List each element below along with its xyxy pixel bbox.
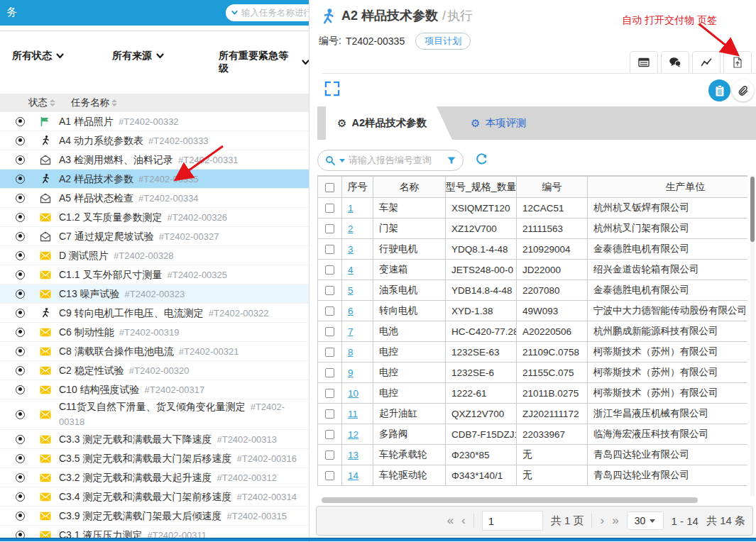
- task-row[interactable]: A5 样品状态检查#T2402-00334: [0, 189, 309, 208]
- row-seq-link[interactable]: 14: [348, 470, 358, 481]
- chat-button[interactable]: [661, 51, 689, 74]
- page-size-select[interactable]: 30: [627, 511, 664, 530]
- row-checkbox[interactable]: [325, 409, 334, 419]
- status-filter[interactable]: 所有状态: [12, 50, 64, 62]
- task-row[interactable]: C8 满载联合操作电池电流#T2402-00321: [0, 342, 309, 361]
- task-row[interactable]: A1 样品照片#T2402-00332: [0, 112, 309, 131]
- expand-button[interactable]: [324, 81, 340, 99]
- task-row[interactable]: C1.2 叉车质量参数测定#T2402-00326: [0, 208, 309, 227]
- row-seq-link[interactable]: 10: [348, 388, 358, 399]
- row-checkbox[interactable]: [325, 368, 334, 377]
- row-seq-link[interactable]: 8: [348, 347, 354, 358]
- task-row[interactable]: C3.4 测定无载和满载最大门架前移速度#T2402-00314: [0, 487, 309, 507]
- row-seq-link[interactable]: 2: [348, 223, 354, 234]
- form-button[interactable]: [630, 51, 658, 74]
- row-seq-link[interactable]: 13: [348, 450, 358, 460]
- radio-icon[interactable]: [16, 155, 25, 165]
- task-row[interactable]: C13 噪声试验#T2402-00323: [0, 284, 309, 304]
- task-row[interactable]: A3 检测用燃料、油料记录#T2402-00331: [0, 150, 309, 170]
- row-seq-link[interactable]: 1: [348, 203, 354, 214]
- scrollbar-thumb[interactable]: [322, 497, 698, 503]
- task-row[interactable]: C10 结构强度试验#T2402-00317: [0, 380, 309, 399]
- task-row[interactable]: C7 通过规定爬坡试验#T2402-00327: [0, 227, 309, 246]
- refresh-button[interactable]: [475, 153, 488, 169]
- radio-icon[interactable]: [16, 454, 25, 463]
- radio-icon[interactable]: [16, 213, 25, 222]
- filter-funnel-icon[interactable]: [447, 157, 456, 165]
- row-checkbox[interactable]: [325, 389, 334, 398]
- chevron-down-icon[interactable]: [339, 159, 345, 162]
- row-seq-link[interactable]: 5: [348, 285, 354, 296]
- row-checkbox[interactable]: [325, 265, 334, 275]
- radio-icon[interactable]: [16, 232, 25, 241]
- task-row[interactable]: C9 转向电机工作电压、电流测定#T2402-00322: [0, 304, 309, 323]
- prev-page-button[interactable]: ‹: [461, 514, 466, 528]
- deliverable-button[interactable]: [723, 51, 752, 74]
- radio-icon[interactable]: [16, 347, 25, 356]
- scrollbar-thumb[interactable]: [750, 177, 755, 242]
- attachment-button[interactable]: [732, 79, 754, 101]
- radio-icon[interactable]: [16, 270, 25, 280]
- task-row[interactable]: C3.5 测定无载和满载最大门架后移速度#T2402-00316: [0, 449, 309, 468]
- task-row[interactable]: A2 样品技术参数#T2402-00335: [0, 170, 309, 189]
- row-seq-link[interactable]: 12: [348, 429, 358, 440]
- tab-report[interactable]: ⚙ A2样品技术参数: [326, 106, 437, 140]
- row-checkbox[interactable]: [325, 204, 334, 213]
- row-checkbox[interactable]: [325, 471, 334, 480]
- radio-icon[interactable]: [16, 309, 25, 318]
- radio-icon[interactable]: [16, 366, 25, 375]
- radio-icon[interactable]: [16, 251, 25, 260]
- task-row[interactable]: C6 制动性能#T2402-00319: [0, 323, 309, 342]
- first-page-button[interactable]: «: [447, 514, 454, 528]
- radio-icon[interactable]: [16, 194, 25, 203]
- row-checkbox[interactable]: [325, 450, 334, 460]
- project-plan-tag[interactable]: 项目计划: [415, 33, 471, 50]
- priority-filter[interactable]: 所有重要紧急等级: [219, 50, 309, 75]
- radio-icon[interactable]: [16, 435, 25, 444]
- sort-icon[interactable]: [111, 99, 117, 106]
- radio-icon[interactable]: [16, 328, 25, 337]
- row-checkbox[interactable]: [325, 245, 334, 254]
- trend-button[interactable]: [692, 51, 721, 74]
- radio-icon[interactable]: [16, 117, 25, 126]
- row-checkbox[interactable]: [325, 306, 334, 316]
- row-checkbox[interactable]: [325, 430, 334, 439]
- task-row[interactable]: C11货叉自然下滑量、货叉倾角变化量测定#T2402-00318: [0, 399, 309, 430]
- vertical-scrollbar[interactable]: [750, 175, 755, 496]
- tab-evaluation[interactable]: ⚙ 本项评测: [471, 106, 526, 140]
- task-row[interactable]: D 测试照片#T2402-00328: [0, 246, 309, 265]
- radio-icon[interactable]: [16, 410, 25, 419]
- radio-icon[interactable]: [16, 175, 25, 184]
- row-checkbox[interactable]: [325, 348, 334, 357]
- radio-icon[interactable]: [16, 492, 25, 502]
- task-row[interactable]: C3.9 测定无载满载门架最大后倾速度#T2402-00315: [0, 507, 309, 526]
- horizontal-scrollbar[interactable]: [319, 497, 745, 503]
- row-checkbox[interactable]: [325, 224, 334, 233]
- row-seq-link[interactable]: 9: [348, 367, 354, 378]
- row-checkbox[interactable]: [325, 327, 334, 336]
- row-seq-link[interactable]: 7: [348, 326, 354, 337]
- radio-icon[interactable]: [16, 136, 25, 145]
- radio-icon[interactable]: [16, 511, 25, 521]
- row-seq-link[interactable]: 3: [348, 244, 354, 255]
- column-status[interactable]: 状态: [28, 96, 55, 109]
- task-row[interactable]: C2 稳定性试验#T2402-00320: [0, 361, 309, 380]
- column-task-name[interactable]: 任务名称: [71, 96, 117, 109]
- task-search-input[interactable]: 输入任务名称进行: [226, 4, 309, 21]
- task-row[interactable]: C3.3 测定无载和满载最大下降速度#T2402-00313: [0, 430, 309, 449]
- task-row[interactable]: A4 动力系统参数表#T2402-00333: [0, 131, 309, 150]
- clipboard-button[interactable]: [708, 79, 730, 101]
- task-row[interactable]: C1.1 叉车外部尺寸测量#T2402-00325: [0, 265, 309, 284]
- row-seq-link[interactable]: 6: [348, 306, 354, 316]
- source-filter[interactable]: 所有来源: [112, 50, 164, 62]
- row-seq-link[interactable]: 4: [348, 265, 354, 275]
- row-seq-link[interactable]: 11: [348, 409, 358, 419]
- page-number-input[interactable]: [482, 511, 543, 531]
- radio-icon[interactable]: [16, 473, 25, 482]
- radio-icon[interactable]: [16, 289, 25, 299]
- row-checkbox[interactable]: [325, 286, 334, 295]
- report-search-input[interactable]: 请输入报告编号查询: [317, 150, 464, 171]
- next-page-button[interactable]: ›: [600, 514, 604, 528]
- task-row[interactable]: C3.2 测定无载和满载最大起升速度#T2402-00312: [0, 468, 309, 487]
- sort-icon[interactable]: [50, 99, 55, 106]
